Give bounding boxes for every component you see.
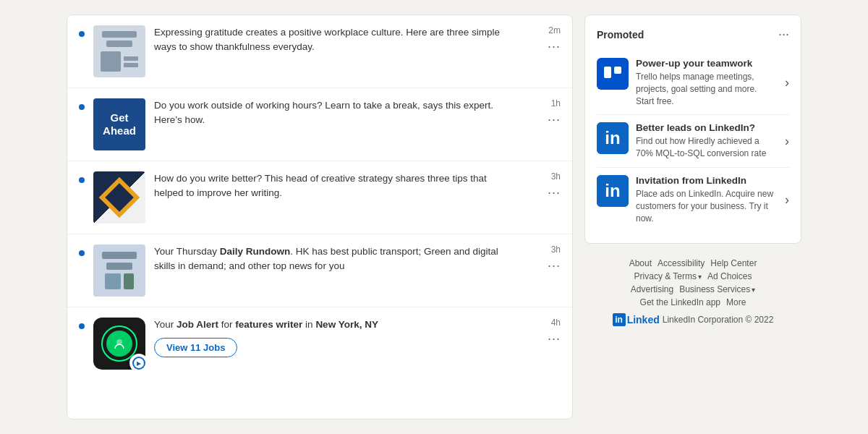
feed-time-4: 3h	[551, 244, 561, 255]
promoted-title: Promoted	[597, 29, 644, 41]
promoted-header: Promoted ···	[597, 27, 789, 42]
feed-content-5: Your Job Alert for features writer in Ne…	[154, 318, 523, 357]
footer-row-2: Privacy & Terms ▾ Ad Choices	[584, 271, 801, 281]
feed-content-3: How do you write better? This head of cr…	[154, 171, 523, 201]
footer-links: About Accessibility Help Center Privacy …	[584, 252, 801, 332]
footer-row-4: Get the LinkedIn app More	[584, 297, 801, 307]
ad-invite-headline: Invitation from LinkedIn	[636, 175, 778, 186]
footer-get-app[interactable]: Get the LinkedIn app	[640, 297, 720, 307]
feed-time-5: 4h	[551, 318, 561, 328]
feed-more-5[interactable]: ···	[548, 332, 561, 345]
unread-dot-2	[79, 104, 85, 110]
linkedin-brand-logo: inLinked	[613, 313, 660, 326]
footer-row-3: Advertising Business Services ▾	[584, 284, 801, 294]
feed-item-2: Get Ahead Do you work outside of working…	[67, 88, 572, 161]
chevron-right-icon-3: ›	[785, 192, 789, 208]
unread-dot-5	[79, 323, 85, 329]
footer-help-center[interactable]: Help Center	[710, 258, 757, 268]
ad-hiredly-info: Better leads on LinkedIn? Find out how H…	[636, 122, 778, 160]
trello-logo	[597, 58, 629, 90]
footer-advertising[interactable]: Advertising	[631, 284, 673, 294]
feed-content-4: Your Thursday Daily Rundown. HK has best…	[154, 244, 523, 274]
feed-text-4: Your Thursday Daily Rundown. HK has best…	[154, 244, 517, 274]
unread-dot	[79, 31, 85, 37]
feed-time-1: 2m	[548, 25, 561, 35]
ad-trello-info: Power-up your teamwork Trello helps mana…	[636, 58, 778, 107]
feed-more-2[interactable]: ···	[548, 113, 561, 126]
thumb-label-line2: Ahead	[103, 124, 136, 137]
feed-text-3: How do you write better? This head of cr…	[154, 171, 517, 201]
ad-trello-body: Trello helps manage meetings, projects, …	[636, 71, 778, 107]
feed-text-2: Do you work outside of working hours? Le…	[154, 98, 517, 128]
svg-rect-3	[614, 67, 621, 74]
footer-business-services[interactable]: Business Services ▾	[679, 284, 755, 294]
privacy-chevron-icon: ▾	[698, 273, 702, 281]
footer-ad-choices[interactable]: Ad Choices	[707, 271, 752, 281]
ad-invite-info: Invitation from LinkedIn Place ads on Li…	[636, 175, 778, 224]
feed-item-1: Expressing gratitude creates a positive …	[67, 15, 572, 88]
thumbnail-1	[93, 25, 145, 77]
feed-container: Expressing gratitude creates a positive …	[67, 14, 573, 420]
chevron-right-icon-2: ›	[785, 134, 789, 149]
thumb-label-line1: Get	[110, 111, 128, 124]
linkedin-in-icon: in	[613, 313, 626, 326]
ad-hiredly-headline: Better leads on LinkedIn?	[636, 122, 778, 133]
feed-text-1: Expressing gratitude creates a positive …	[154, 25, 517, 55]
unread-dot-3	[79, 177, 85, 183]
thumbnail-2: Get Ahead	[93, 98, 145, 150]
footer-privacy-terms[interactable]: Privacy & Terms ▾	[634, 271, 702, 281]
footer-copyright: LinkedIn Corporation © 2022	[663, 315, 774, 325]
feed-meta-3: 3h ···	[532, 171, 561, 199]
unread-dot-4	[79, 250, 85, 256]
feed-more-1[interactable]: ···	[548, 40, 561, 53]
feed-meta-4: 3h ···	[532, 244, 561, 272]
promoted-card: Promoted ··· Power-up your teamwork Trel…	[584, 14, 801, 244]
feed-item-5: ▶ Your Job Alert for features writer in …	[67, 307, 572, 380]
ad-hiredly-body: Find out how Hiredly achieved a 70% MQL-…	[636, 135, 778, 160]
ad-invite-body: Place ads on LinkedIn. Acquire new custo…	[636, 188, 778, 224]
feed-content-1: Expressing gratitude creates a positive …	[154, 25, 523, 55]
right-sidebar: Promoted ··· Power-up your teamwork Trel…	[584, 14, 801, 420]
chevron-right-icon: ›	[785, 75, 789, 90]
footer-brand: inLinked LinkedIn Corporation © 2022	[584, 313, 801, 326]
footer-accessibility[interactable]: Accessibility	[658, 258, 705, 268]
promoted-more[interactable]: ···	[778, 27, 789, 42]
feed-time-2: 1h	[551, 98, 561, 109]
ad-invite[interactable]: in Invitation from LinkedIn Place ads on…	[597, 168, 789, 231]
svg-rect-2	[604, 67, 611, 78]
feed-meta-1: 2m ···	[532, 25, 561, 53]
ad-hiredly[interactable]: in Better leads on LinkedIn? Find out ho…	[597, 115, 789, 168]
business-chevron-icon: ▾	[752, 286, 755, 294]
thumbnail-3	[93, 171, 145, 224]
linkedin-logo-invite: in	[597, 175, 629, 207]
footer-row-1: About Accessibility Help Center	[584, 258, 801, 268]
footer-about[interactable]: About	[629, 258, 652, 268]
linkedin-logo-hiredly: in	[597, 122, 629, 154]
feed-time-3: 3h	[551, 171, 561, 182]
thumbnail-5: ▶	[93, 318, 145, 370]
ad-trello-headline: Power-up your teamwork	[636, 58, 778, 69]
feed-more-3[interactable]: ···	[548, 186, 561, 199]
feed-text-5: Your Job Alert for features writer in Ne…	[154, 318, 517, 332]
feed-meta-5: 4h ···	[532, 318, 561, 345]
feed-item-3: How do you write better? This head of cr…	[67, 161, 572, 234]
feed-meta-2: 1h ···	[532, 98, 561, 126]
thumbnail-4	[93, 244, 145, 297]
svg-rect-1	[598, 59, 627, 88]
play-icon: ▶	[132, 357, 145, 370]
feed-more-4[interactable]: ···	[548, 259, 561, 272]
feed-content-2: Do you work outside of working hours? Le…	[154, 98, 523, 128]
feed-item-4: Your Thursday Daily Rundown. HK has best…	[67, 234, 572, 307]
view-jobs-button[interactable]: View 11 Jobs	[154, 338, 237, 357]
footer-more[interactable]: More	[726, 297, 746, 307]
ad-trello[interactable]: Power-up your teamwork Trello helps mana…	[597, 51, 789, 115]
